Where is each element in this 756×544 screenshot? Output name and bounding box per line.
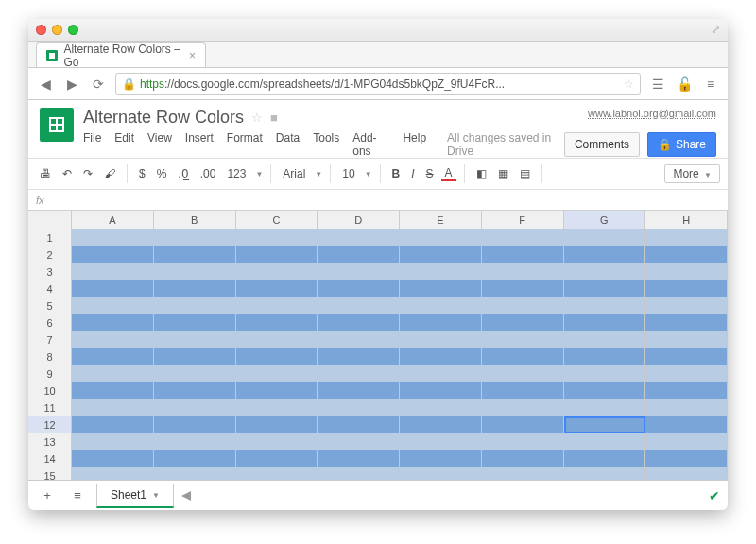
cell[interactable] (318, 450, 400, 468)
nav-forward-icon[interactable]: ▶ (62, 76, 81, 92)
cell[interactable] (318, 434, 400, 450)
cell[interactable] (154, 280, 236, 298)
cell[interactable] (72, 450, 154, 468)
cell[interactable] (154, 366, 236, 382)
cell[interactable] (564, 468, 646, 480)
row-header[interactable]: 11 (28, 400, 72, 416)
cell[interactable] (318, 332, 400, 348)
traffic-close-icon[interactable] (36, 25, 46, 35)
menu-help[interactable]: Help (403, 131, 426, 158)
cell[interactable] (72, 298, 154, 314)
cell[interactable] (645, 280, 728, 298)
row-header[interactable]: 1 (28, 230, 72, 246)
browser-tab[interactable]: Alternate Row Colors – Go × (36, 42, 206, 67)
row-header[interactable]: 10 (28, 382, 72, 400)
doc-title[interactable]: Alternate Row Colors (83, 108, 244, 128)
cell[interactable] (645, 434, 728, 450)
cell[interactable] (154, 264, 236, 280)
cell[interactable] (645, 298, 728, 314)
cell[interactable] (482, 264, 564, 280)
cell[interactable] (236, 298, 318, 314)
cell[interactable] (400, 450, 482, 468)
strike-icon[interactable]: S (422, 167, 438, 180)
chrome-menu-icon[interactable]: ≡ (701, 76, 720, 92)
cell[interactable] (154, 332, 236, 348)
row-header[interactable]: 15 (28, 468, 72, 480)
row-header[interactable]: 13 (28, 434, 72, 450)
cell[interactable] (482, 468, 564, 480)
unlock-icon[interactable]: 🔓 (675, 76, 694, 92)
cell[interactable] (564, 434, 646, 450)
more-button[interactable]: More ▼ (664, 164, 720, 183)
grid-corner[interactable] (28, 211, 72, 230)
cell[interactable] (400, 400, 482, 416)
font-size[interactable]: 10 (338, 167, 358, 180)
cell[interactable] (645, 468, 728, 480)
cell[interactable] (400, 246, 482, 264)
cell[interactable] (72, 366, 154, 382)
cell[interactable] (154, 298, 236, 314)
cell[interactable] (564, 416, 646, 434)
menu-tools[interactable]: Tools (313, 131, 339, 158)
cell[interactable] (400, 366, 482, 382)
row-header[interactable]: 6 (28, 314, 72, 332)
row-header[interactable]: 5 (28, 298, 72, 314)
cell[interactable] (236, 332, 318, 348)
row-header[interactable]: 7 (28, 332, 72, 348)
cell[interactable] (482, 382, 564, 400)
stack-icon[interactable]: ☰ (648, 76, 667, 92)
cell[interactable] (564, 280, 646, 298)
row-header[interactable]: 14 (28, 450, 72, 468)
cell[interactable] (154, 348, 236, 366)
column-header[interactable]: D (318, 211, 400, 230)
cell[interactable] (482, 314, 564, 332)
column-header[interactable]: F (482, 211, 564, 230)
menu-insert[interactable]: Insert (185, 131, 214, 158)
cell[interactable] (645, 416, 728, 434)
cell[interactable] (482, 400, 564, 416)
cell[interactable] (400, 230, 482, 246)
dec-decrease-icon[interactable]: .0̲ (174, 167, 192, 180)
menu-edit[interactable]: Edit (114, 131, 134, 158)
explore-check-icon[interactable]: ✔ (709, 488, 720, 503)
scroll-left-icon[interactable] (181, 491, 191, 501)
cell[interactable] (236, 450, 318, 468)
cell[interactable] (400, 264, 482, 280)
cell[interactable] (72, 468, 154, 480)
cell[interactable] (154, 450, 236, 468)
cell[interactable] (72, 400, 154, 416)
row-header[interactable]: 2 (28, 246, 72, 264)
cell[interactable] (482, 434, 564, 450)
column-header[interactable]: H (645, 211, 728, 230)
cell[interactable] (564, 332, 646, 348)
cell[interactable] (645, 382, 728, 400)
cell[interactable] (154, 468, 236, 480)
cell[interactable] (236, 280, 318, 298)
menu-view[interactable]: View (147, 131, 172, 158)
cell[interactable] (318, 246, 400, 264)
cell[interactable] (318, 298, 400, 314)
cell[interactable] (72, 280, 154, 298)
move-folder-icon[interactable]: ■ (270, 110, 278, 125)
cell[interactable] (236, 434, 318, 450)
cell[interactable] (645, 348, 728, 366)
cell[interactable] (236, 382, 318, 400)
cell[interactable] (154, 246, 236, 264)
cell[interactable] (72, 264, 154, 280)
paint-format-icon[interactable]: 🖌 (100, 167, 119, 180)
cell[interactable] (318, 264, 400, 280)
menu-format[interactable]: Format (227, 131, 263, 158)
menu-data[interactable]: Data (276, 131, 300, 158)
cell[interactable] (236, 468, 318, 480)
cell[interactable] (318, 382, 400, 400)
formula-bar[interactable]: fx (28, 190, 728, 211)
fullscreen-icon[interactable]: ⤢ (712, 24, 720, 36)
cell[interactable] (236, 246, 318, 264)
undo-icon[interactable]: ↶ (59, 167, 76, 180)
cell[interactable] (645, 246, 728, 264)
cell[interactable] (564, 450, 646, 468)
star-icon[interactable]: ☆ (251, 110, 263, 125)
cell[interactable] (564, 298, 646, 314)
cell[interactable] (318, 314, 400, 332)
cell[interactable] (400, 280, 482, 298)
